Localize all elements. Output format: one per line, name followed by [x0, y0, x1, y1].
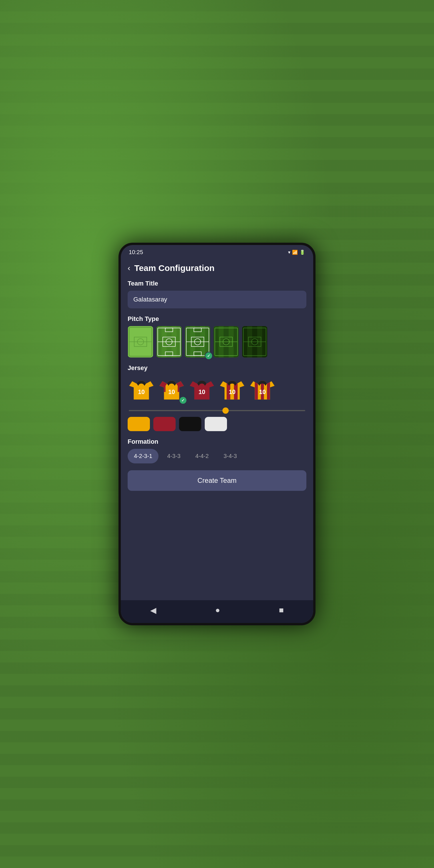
svg-text:10: 10	[198, 389, 205, 396]
color-swatch-black[interactable]	[179, 417, 201, 431]
color-swatch-white[interactable]	[205, 417, 227, 431]
pitch-option-4[interactable]	[213, 326, 239, 358]
battery-icon: 🔋	[300, 250, 305, 255]
status-time: 10:25	[129, 249, 143, 255]
jersey-selected-badge	[179, 396, 187, 404]
svg-text:10: 10	[259, 389, 266, 396]
svg-text:10: 10	[229, 389, 236, 396]
signal-icon: 📶	[292, 250, 298, 255]
jersey-option-1[interactable]: 10	[128, 375, 155, 403]
wifi-icon: ▾	[288, 250, 290, 255]
status-icons: ▾ 📶 🔋	[288, 250, 305, 255]
jersey-option-5[interactable]: 10	[249, 375, 276, 403]
pitch-type-section: Pitch Type	[128, 315, 306, 358]
pitch-option-3[interactable]	[185, 326, 211, 358]
pitch-option-5[interactable]	[242, 326, 268, 358]
formation-options: 4-2-3-1 4-3-3 4-4-2 3-4-3	[128, 449, 306, 463]
team-title-label: Team Title	[128, 280, 306, 287]
svg-rect-47	[255, 375, 258, 403]
formation-btn-442[interactable]: 4-4-2	[189, 449, 215, 463]
jersey-slider-container	[128, 407, 306, 412]
phone-frame: 10:25 ▾ 📶 🔋 ‹ Team Configuration Team Ti…	[119, 243, 315, 625]
color-swatch-orange[interactable]	[128, 417, 150, 431]
jersey-label: Jersey	[128, 364, 306, 372]
pitch-option-1[interactable]	[128, 326, 153, 358]
back-button[interactable]: ‹	[128, 264, 130, 272]
nav-back-button[interactable]: ◀	[150, 606, 156, 615]
jersey-options: 10 10	[128, 375, 306, 403]
team-title-section: Team Title	[128, 280, 306, 308]
nav-home-button[interactable]: ●	[215, 606, 220, 615]
formation-btn-4231[interactable]: 4-2-3-1	[128, 449, 158, 463]
svg-rect-49	[267, 375, 270, 403]
jersey-option-4[interactable]: 10	[218, 375, 246, 403]
formation-section: Formation 4-2-3-1 4-3-3 4-4-2 3-4-3	[128, 438, 306, 463]
svg-text:10: 10	[168, 389, 175, 396]
pitch-option-2[interactable]	[156, 326, 182, 358]
content-area: ‹ Team Configuration Team Title Pitch Ty…	[121, 259, 313, 600]
color-swatch-red[interactable]	[153, 417, 176, 431]
page-title: Team Configuration	[134, 263, 214, 273]
jersey-size-slider[interactable]	[129, 410, 305, 411]
create-team-button[interactable]: Create Team	[128, 470, 306, 491]
nav-recents-button[interactable]: ■	[279, 606, 284, 615]
status-bar: 10:25 ▾ 📶 🔋	[121, 245, 313, 259]
team-title-input[interactable]	[128, 291, 306, 308]
jersey-option-2[interactable]: 10	[158, 375, 185, 403]
svg-text:10: 10	[138, 389, 145, 396]
pitch-type-label: Pitch Type	[128, 315, 306, 323]
page-header: ‹ Team Configuration	[128, 263, 306, 273]
jersey-section: Jersey 10	[128, 364, 306, 431]
formation-btn-343[interactable]: 3-4-3	[217, 449, 243, 463]
pitch-options	[128, 326, 306, 358]
formation-label: Formation	[128, 438, 306, 445]
formation-btn-433[interactable]: 4-3-3	[161, 449, 187, 463]
jersey-option-3[interactable]: 10	[188, 375, 216, 403]
phone-screen: 10:25 ▾ 📶 🔋 ‹ Team Configuration Team Ti…	[121, 245, 313, 623]
pitch-selected-badge	[205, 352, 213, 360]
nav-bar: ◀ ● ■	[121, 600, 313, 623]
color-swatches	[128, 417, 306, 431]
